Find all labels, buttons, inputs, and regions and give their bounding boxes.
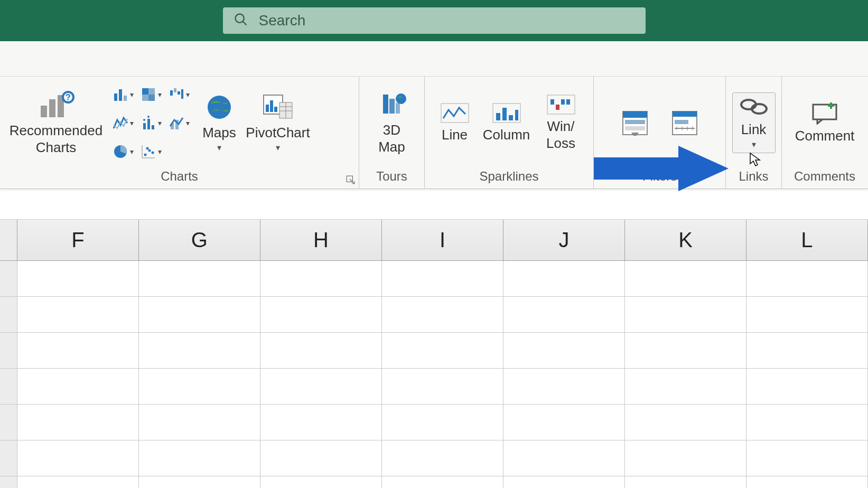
ribbon-group-filters: Filters — [594, 77, 726, 189]
cell[interactable] — [17, 297, 139, 333]
timeline-button[interactable] — [665, 107, 704, 139]
column-header[interactable]: F — [17, 220, 139, 260]
waterfall-chart-button[interactable]: ▾ — [166, 82, 192, 107]
search-box[interactable] — [223, 7, 646, 34]
svg-rect-8 — [119, 89, 122, 101]
line-chart-button[interactable]: ▾ — [110, 110, 136, 136]
cell[interactable] — [746, 261, 868, 297]
pie-chart-button[interactable]: ▾ — [110, 139, 136, 164]
row-header[interactable] — [0, 297, 17, 333]
sparkline-winloss-button[interactable]: Win/ Loss — [537, 92, 585, 153]
cell[interactable] — [260, 405, 382, 440]
statistic-chart-button[interactable]: ▾ — [138, 110, 164, 136]
cell[interactable] — [382, 261, 503, 297]
spreadsheet-grid[interactable]: F G H I J K L — [0, 220, 868, 488]
cell[interactable] — [139, 333, 260, 369]
chevron-down-icon: ▾ — [276, 143, 280, 153]
cell[interactable] — [746, 333, 868, 369]
cell[interactable] — [260, 297, 382, 333]
cell[interactable] — [503, 333, 625, 369]
cell[interactable] — [139, 297, 260, 333]
column-header[interactable]: J — [503, 220, 625, 260]
svg-rect-50 — [515, 110, 518, 120]
svg-rect-19 — [152, 125, 154, 129]
svg-rect-58 — [625, 120, 645, 124]
row-header[interactable] — [0, 405, 17, 440]
slicer-button[interactable] — [615, 107, 655, 139]
cell[interactable] — [746, 369, 868, 405]
cell[interactable] — [17, 476, 139, 488]
cell[interactable] — [382, 440, 503, 476]
cell[interactable] — [746, 440, 868, 476]
maps-button[interactable]: Maps ▾ — [198, 91, 240, 154]
cell[interactable] — [625, 261, 746, 297]
cell[interactable] — [625, 440, 746, 476]
cell[interactable] — [503, 297, 625, 333]
ribbon-group-label: Links — [726, 169, 781, 189]
scatter-chart-button[interactable]: ▾ — [138, 139, 164, 164]
link-button[interactable]: Link ▾ — [732, 92, 776, 153]
hierarchy-chart-button[interactable]: ▾ — [138, 82, 164, 107]
globe-icon — [205, 93, 234, 121]
cell[interactable] — [139, 476, 260, 488]
recommended-charts-button[interactable]: ? Recommended Charts — [8, 88, 104, 157]
column-chart-button[interactable]: ▾ — [110, 82, 136, 107]
column-header[interactable]: H — [260, 220, 382, 260]
cell[interactable] — [260, 440, 382, 476]
row-header[interactable] — [0, 333, 17, 369]
cell[interactable] — [17, 405, 139, 440]
comment-button[interactable]: Comment — [791, 99, 859, 146]
cell[interactable] — [382, 333, 503, 369]
cell[interactable] — [139, 440, 260, 476]
cell[interactable] — [503, 369, 625, 405]
select-all-corner[interactable] — [0, 220, 17, 260]
column-header[interactable]: L — [746, 220, 868, 260]
column-header[interactable]: I — [382, 220, 503, 260]
cell[interactable] — [746, 405, 868, 440]
cell[interactable] — [625, 369, 746, 405]
cell[interactable] — [17, 333, 139, 369]
cell[interactable] — [382, 405, 503, 440]
cell[interactable] — [503, 440, 625, 476]
cell[interactable] — [382, 476, 503, 488]
cell[interactable] — [746, 297, 868, 333]
cell[interactable] — [382, 369, 503, 405]
sparkline-column-button[interactable]: Column — [480, 100, 533, 145]
cell[interactable] — [17, 369, 139, 405]
search-input[interactable] — [259, 12, 635, 29]
cell[interactable] — [139, 261, 260, 297]
cell[interactable] — [260, 369, 382, 405]
row-header[interactable] — [0, 369, 17, 405]
pivotchart-label: PivotChart — [246, 125, 310, 141]
row-header[interactable] — [0, 476, 17, 488]
svg-rect-70 — [813, 105, 836, 119]
cell[interactable] — [260, 333, 382, 369]
cell[interactable] — [503, 476, 625, 488]
cell[interactable] — [625, 333, 746, 369]
cell[interactable] — [260, 476, 382, 488]
row-header[interactable] — [0, 440, 17, 476]
cell[interactable] — [503, 261, 625, 297]
cell[interactable] — [625, 297, 746, 333]
cell[interactable] — [625, 405, 746, 440]
cell[interactable] — [503, 405, 625, 440]
column-header[interactable]: K — [625, 220, 746, 260]
row-header[interactable] — [0, 261, 17, 297]
cell[interactable] — [260, 261, 382, 297]
cell[interactable] — [139, 405, 260, 440]
dialog-launcher-icon[interactable] — [346, 175, 356, 185]
cell[interactable] — [746, 476, 868, 488]
cell[interactable] — [17, 261, 139, 297]
svg-text:?: ? — [66, 93, 71, 102]
cell[interactable] — [17, 440, 139, 476]
pivotchart-button[interactable]: PivotChart ▾ — [244, 91, 312, 154]
link-icon — [738, 95, 770, 118]
combo-chart-button[interactable]: ▾ — [166, 110, 192, 136]
column-header[interactable]: G — [139, 220, 260, 260]
cell[interactable] — [625, 476, 746, 488]
sparkline-line-button[interactable]: Line — [434, 100, 476, 145]
3d-map-button[interactable]: 3D Map — [372, 88, 412, 157]
cell[interactable] — [382, 297, 503, 333]
formula-bar-area[interactable] — [0, 189, 868, 220]
cell[interactable] — [139, 369, 260, 405]
